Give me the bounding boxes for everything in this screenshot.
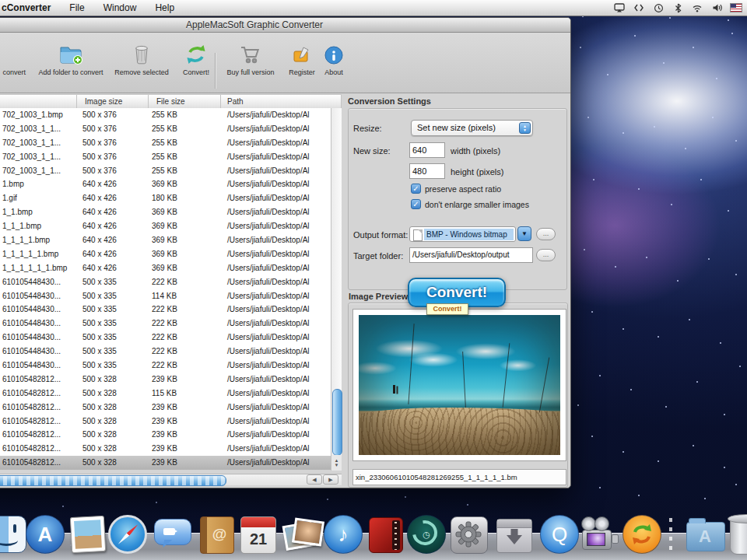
quicktime-dock-icon[interactable]: Q bbox=[539, 514, 580, 555]
dvd-player-dock-icon[interactable] bbox=[365, 514, 405, 555]
convert-button[interactable]: Convert! bbox=[173, 40, 219, 86]
ichat-dock-icon[interactable] bbox=[152, 514, 192, 555]
address-book-dock-icon[interactable]: @ bbox=[196, 514, 237, 555]
table-row[interactable]: 1_1_1.bmp 640 x 426 369 KB /Users/jiaful… bbox=[0, 219, 342, 233]
brackets-icon[interactable] bbox=[633, 2, 645, 13]
table-row[interactable]: 702_1003_1_1... 500 x 376 255 KB /Users/… bbox=[0, 136, 342, 150]
table-row[interactable]: 610105482812... 500 x 328 115 KB /Users/… bbox=[0, 387, 342, 401]
table-row[interactable]: 610105482812... 500 x 328 239 KB /Users/… bbox=[0, 456, 342, 470]
cell-filename: 702_1003_1_1... bbox=[0, 122, 77, 136]
window-titlebar[interactable]: AppleMacSoft Graphic Converter bbox=[0, 18, 570, 33]
ical-dock-icon[interactable]: 21 bbox=[237, 514, 278, 555]
horizontal-scrollbar-thumb[interactable] bbox=[0, 475, 226, 486]
cell-filename: 702_1003_1_1... bbox=[0, 164, 77, 178]
wifi-icon[interactable] bbox=[691, 2, 703, 13]
output-format-value: BMP - Windows bitmap bbox=[424, 229, 514, 240]
table-row[interactable]: 610105482812... 500 x 328 239 KB /Users/… bbox=[0, 373, 342, 387]
installer-box-dock-icon[interactable] bbox=[493, 514, 534, 555]
table-row[interactable]: 702_1003_1.bmp 500 x 376 255 KB /Users/j… bbox=[0, 108, 342, 122]
vertical-scrollbar[interactable] bbox=[331, 108, 342, 455]
clock-icon[interactable] bbox=[652, 2, 665, 13]
column-header-name[interactable] bbox=[0, 95, 77, 109]
cell-path: /Users/jiafuli/Desktop/Al bbox=[221, 303, 342, 317]
column-header-file-size[interactable]: File size bbox=[149, 95, 221, 109]
system-preferences-dock-icon[interactable] bbox=[448, 514, 489, 555]
output-format-dropdown-button[interactable]: ▼ bbox=[517, 226, 531, 241]
table-row[interactable]: 1.bmp 640 x 426 369 KB /Users/jiafuli/De… bbox=[0, 177, 342, 191]
cell-path: /Users/jiafuli/Desktop/Al bbox=[221, 108, 342, 122]
table-row[interactable]: 1_1_1_1.bmp 640 x 426 369 KB /Users/jiaf… bbox=[0, 233, 342, 247]
table-row[interactable]: 610105482812... 500 x 328 239 KB /Users/… bbox=[0, 415, 342, 429]
table-row[interactable]: 610105448430... 500 x 335 222 KB /Users/… bbox=[0, 303, 342, 317]
trash-icon bbox=[131, 40, 153, 65]
output-format-combo[interactable]: BMP - Windows bitmap bbox=[409, 226, 516, 242]
table-row[interactable]: 610105482812... 500 x 328 239 KB /Users/… bbox=[0, 401, 342, 415]
stepper-icon: ▲▼ bbox=[519, 122, 531, 134]
applications-folder-dock-icon[interactable]: A bbox=[685, 514, 725, 555]
table-row[interactable]: 1_1.bmp 640 x 426 369 KB /Users/jiafuli/… bbox=[0, 205, 342, 219]
airplay-icon[interactable] bbox=[613, 2, 626, 13]
cell-image-size: 500 x 376 bbox=[77, 136, 149, 150]
horizontal-scrollbar-arrows[interactable]: ◀▶ bbox=[307, 474, 339, 485]
movie-camera-dock-icon[interactable] bbox=[579, 514, 619, 555]
bluetooth-icon[interactable] bbox=[672, 2, 684, 13]
photo-vignette bbox=[359, 315, 560, 455]
cell-path: /Users/jiafuli/Desktop/Al bbox=[221, 164, 342, 178]
table-row[interactable]: 610105482812... 500 x 328 239 KB /Users/… bbox=[0, 442, 342, 456]
photo-booth-dock-icon[interactable] bbox=[281, 514, 321, 555]
target-folder-field[interactable]: /Users/jiafuli/Desktop/output bbox=[409, 247, 533, 263]
output-format-browse-button[interactable]: ... bbox=[536, 228, 556, 240]
table-row[interactable]: 610105448430... 500 x 335 114 KB /Users/… bbox=[0, 289, 342, 303]
vertical-scrollbar-thumb[interactable] bbox=[332, 389, 342, 456]
table-row[interactable]: 610105448430... 500 x 335 222 KB /Users/… bbox=[0, 359, 342, 373]
cell-path: /Users/jiafuli/Desktop/Al bbox=[221, 177, 342, 191]
cell-image-size: 500 x 335 bbox=[77, 331, 149, 345]
table-row[interactable]: 610105448430... 500 x 335 222 KB /Users/… bbox=[0, 345, 342, 359]
time-machine-dock-icon[interactable]: ◷ bbox=[406, 514, 447, 555]
volume-icon[interactable] bbox=[710, 2, 723, 13]
height-field[interactable]: 480 bbox=[409, 163, 445, 179]
menu-file[interactable]: File bbox=[60, 0, 93, 16]
trash-dock-icon[interactable] bbox=[730, 514, 747, 555]
column-header-path[interactable]: Path bbox=[221, 95, 342, 109]
cell-image-size: 500 x 328 bbox=[77, 456, 149, 470]
buy-full-version-button[interactable]: Buy full version bbox=[219, 40, 282, 86]
graphic-converter-dock-icon[interactable] bbox=[622, 514, 662, 555]
table-row[interactable]: 610105448430... 500 x 335 222 KB /Users/… bbox=[0, 317, 342, 331]
safari-dock-icon[interactable] bbox=[107, 514, 148, 555]
table-row[interactable]: 702_1003_1_1... 500 x 376 255 KB /Users/… bbox=[0, 164, 342, 178]
cell-image-size: 500 x 328 bbox=[77, 373, 149, 387]
add-files-button[interactable]: convert bbox=[0, 40, 26, 86]
itunes-dock-icon[interactable]: ♪ bbox=[323, 514, 363, 555]
menu-help[interactable]: Help bbox=[146, 0, 184, 16]
app-store-dock-icon[interactable]: A bbox=[25, 514, 65, 555]
add-folder-icon bbox=[58, 40, 83, 65]
width-field[interactable]: 640 bbox=[409, 142, 445, 158]
cell-file-size: 369 KB bbox=[149, 205, 221, 219]
table-row[interactable]: 610105448430... 500 x 335 222 KB /Users/… bbox=[0, 331, 342, 345]
horizontal-scrollbar[interactable] bbox=[0, 474, 342, 485]
table-row[interactable]: 610105482812... 500 x 328 239 KB /Users/… bbox=[0, 428, 342, 442]
target-folder-browse-button[interactable]: ... bbox=[536, 249, 556, 261]
table-row[interactable]: 1.gif 640 x 426 180 KB /Users/jiafuli/De… bbox=[0, 191, 342, 205]
about-button[interactable]: About bbox=[314, 40, 353, 86]
us-flag-icon[interactable] bbox=[730, 2, 742, 13]
preserve-aspect-checkbox[interactable]: ✓ bbox=[411, 184, 421, 194]
cell-file-size: 222 KB bbox=[149, 275, 221, 289]
table-row[interactable]: 610105448430... 500 x 335 222 KB /Users/… bbox=[0, 275, 342, 289]
column-header-image-size[interactable]: Image size bbox=[77, 95, 149, 109]
dont-enlarge-checkbox[interactable]: ✓ bbox=[411, 199, 421, 209]
resize-label: Resize: bbox=[353, 124, 382, 133]
table-row[interactable]: 702_1003_1_1... 500 x 376 255 KB /Users/… bbox=[0, 150, 342, 164]
preview-dock-icon[interactable] bbox=[68, 514, 108, 555]
remove-selected-button[interactable]: Remove selected bbox=[103, 40, 181, 86]
menu-window[interactable]: Window bbox=[94, 0, 146, 16]
resize-dropdown[interactable]: Set new size (pixels) ▲▼ bbox=[411, 120, 533, 136]
table-row[interactable]: 1_1_1_1_1_1.bmp 640 x 426 369 KB /Users/… bbox=[0, 261, 342, 275]
toolbar: convert Add folder to convert Remove sel… bbox=[0, 33, 570, 93]
table-row[interactable]: 1_1_1_1_1.bmp 640 x 426 369 KB /Users/ji… bbox=[0, 247, 342, 261]
app-menu[interactable]: cConverter bbox=[0, 0, 60, 16]
table-row[interactable]: 702_1003_1_1... 500 x 376 255 KB /Users/… bbox=[0, 122, 342, 136]
vertical-scrollbar-arrows[interactable]: ▲▼ bbox=[331, 455, 342, 471]
finder-dock-icon[interactable] bbox=[0, 514, 28, 555]
